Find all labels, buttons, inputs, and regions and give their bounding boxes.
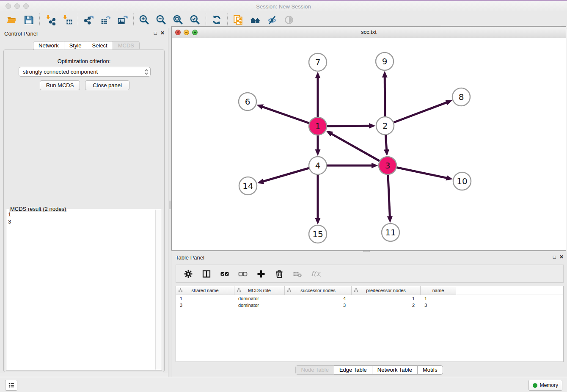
tab-network-table[interactable]: Network Table [372,365,418,375]
graph-node-14[interactable]: 14 [239,177,257,195]
table-tabs: Node TableEdge TableNetwork TableMotifs [171,365,567,375]
tab-mcds[interactable]: MCDS [113,41,140,50]
graph-edge-3-1[interactable] [331,134,388,166]
table-close-icon[interactable]: ✕ [559,254,564,259]
add-column-icon [256,269,266,279]
network-window-titlebar[interactable]: scc.txt [172,27,566,38]
network-maximize-button[interactable] [192,30,198,35]
column-header-name[interactable]: name [421,286,456,295]
refresh-icon [211,14,222,25]
result-scrollbar[interactable] [155,210,161,370]
zoom-out-button[interactable] [153,13,170,27]
export-table-button[interactable] [97,13,114,27]
graph-node-10[interactable]: 10 [453,172,471,190]
graph-node-7[interactable]: 7 [309,53,327,71]
toolbar-separator [78,14,78,26]
add-column-button[interactable] [253,267,269,281]
delete-table-button [289,267,305,281]
mcds-result-group: MCDS result (2 nodes) 1 3 [6,209,162,370]
table-row[interactable]: 1dominator411 [176,295,563,302]
network-canvas[interactable]: 7968124314101511 [172,38,566,250]
hide-eye-icon [267,14,278,25]
export-image-button[interactable] [114,13,131,27]
criterion-select-value: strongly connected component [19,69,143,75]
tab-node-table[interactable]: Node Table [295,365,334,375]
home-button[interactable] [247,13,264,27]
home-icon [250,14,261,25]
deselect-all-button[interactable] [235,267,250,281]
float-panel-icon[interactable]: □ [154,30,157,36]
mcds-result-text: 1 3 [8,211,154,368]
import-network-button[interactable] [42,13,59,27]
toolbar-separator [39,14,40,26]
tab-edge-table[interactable]: Edge Table [334,365,372,375]
open-folder-button[interactable] [3,13,20,27]
frames-button[interactable] [5,380,17,391]
tab-style[interactable]: Style [64,41,87,50]
zoom-selected-button[interactable] [187,13,204,27]
gear-button[interactable] [180,267,196,281]
columns-button[interactable] [198,267,214,281]
column-header-predecessor-nodes[interactable]: predecessor nodes [352,286,421,295]
import-table-icon [62,14,73,25]
node-table[interactable]: shared nameMCDS rolesuccessor nodesprede… [176,286,564,362]
select-all-button[interactable] [217,267,232,281]
table-cell: 3 [421,302,456,309]
export-network-button[interactable] [80,13,97,27]
save-button[interactable] [20,13,37,27]
status-bar: Memory [0,377,567,392]
show-eye-icon [284,14,295,25]
table-cell: 1 [352,295,421,302]
close-panel-icon[interactable]: ✕ [160,30,165,36]
svg-text:8: 8 [459,92,464,102]
graph-node-3[interactable]: 3 [379,157,396,174]
refresh-button[interactable] [208,13,225,27]
zoom-in-button[interactable] [136,13,153,27]
graph-node-6[interactable]: 6 [239,93,256,110]
network-close-button[interactable] [175,30,181,35]
graph-node-4[interactable]: 4 [309,157,327,174]
memory-label: Memory [540,382,558,388]
close-panel-button[interactable]: Close panel [85,80,129,90]
table-float-icon[interactable]: □ [553,254,556,259]
criterion-select[interactable]: strongly connected component [19,67,151,77]
export-image-icon [117,14,128,25]
graph-edge-2-8[interactable] [385,102,446,126]
svg-text:3: 3 [385,160,391,171]
table-header-row: shared nameMCDS rolesuccessor nodesprede… [176,286,563,295]
column-header-successor-nodes[interactable]: successor nodes [285,286,352,295]
optimization-criterion-label: Optimization criterion: [0,58,168,64]
run-mcds-button[interactable]: Run MCDS [40,80,80,90]
graph-node-9[interactable]: 9 [376,52,394,70]
tab-select[interactable]: Select [87,41,113,50]
table-cell: dominator [234,302,285,309]
function-builder-button [308,267,323,281]
memory-button[interactable]: Memory [528,380,562,391]
graph-node-8[interactable]: 8 [452,88,470,106]
column-header-MCDS-role[interactable]: MCDS role [234,286,285,295]
zoom-fit-button[interactable] [170,13,187,27]
gear-icon [183,269,193,279]
import-table-button[interactable] [59,13,76,27]
copy-network-button[interactable] [230,13,247,27]
column-header-shared-name[interactable]: shared name [176,286,234,295]
svg-text:15: 15 [312,229,323,239]
tab-motifs[interactable]: Motifs [417,365,443,375]
vertical-splitter[interactable] [168,28,171,377]
save-icon [23,14,34,25]
hide-eye-button[interactable] [264,13,281,27]
graph-node-11[interactable]: 11 [382,224,399,241]
tab-network[interactable]: Network [33,41,64,50]
table-cell: 2 [352,302,421,309]
delete-column-button[interactable] [271,267,287,281]
show-eye-button [281,13,297,27]
table-row[interactable]: 3dominator323 [176,302,563,309]
svg-text:9: 9 [382,56,388,66]
table-cell: 1 [176,295,234,302]
graph-node-2[interactable]: 2 [376,117,394,135]
graph-node-15[interactable]: 15 [309,225,327,243]
svg-text:2: 2 [383,121,388,131]
network-minimize-button[interactable] [184,30,189,35]
graph-node-1[interactable]: 1 [309,117,327,135]
column-label: successor nodes [300,288,336,293]
